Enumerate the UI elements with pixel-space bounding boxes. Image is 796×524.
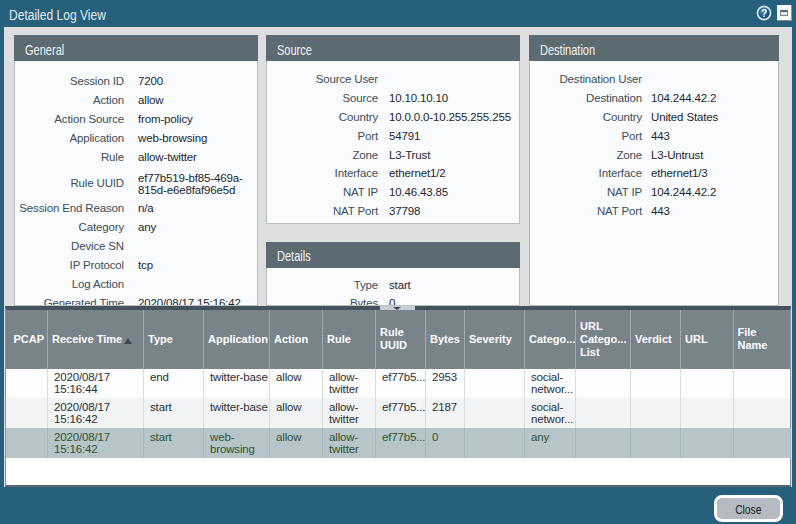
svg-text:?: ? (761, 8, 767, 19)
